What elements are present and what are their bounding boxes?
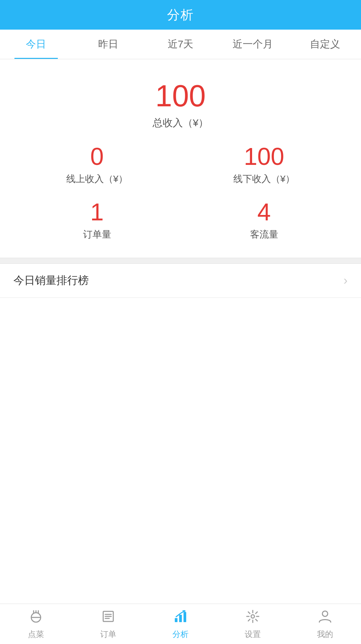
app-header: 分析 xyxy=(0,0,361,30)
svg-point-12 xyxy=(251,615,254,618)
nav-item-dish[interactable]: 点菜 xyxy=(0,604,72,644)
svg-line-17 xyxy=(248,612,250,613)
online-revenue-label: 线上收入（¥） xyxy=(13,173,180,185)
settings-icon xyxy=(245,609,260,626)
period-tab-bar: 今日 昨日 近7天 近一个月 自定义 xyxy=(0,30,361,59)
offline-revenue-label: 线下收入（¥） xyxy=(180,173,348,185)
tab-custom[interactable]: 自定义 xyxy=(289,30,361,59)
tab-7days[interactable]: 近7天 xyxy=(145,30,217,59)
nav-label-settings: 设置 xyxy=(245,629,261,640)
order-count-label: 订单量 xyxy=(13,228,180,241)
tab-today[interactable]: 今日 xyxy=(0,30,72,59)
total-revenue-value: 100 xyxy=(13,79,348,113)
bottom-nav: 点菜 订单 分析 xyxy=(0,604,361,644)
svg-line-19 xyxy=(255,612,257,613)
stats-grid: 0 线上收入（¥） 100 线下收入（¥） 1 订单量 4 客流量 xyxy=(13,143,348,241)
customer-flow-block: 4 客流量 xyxy=(180,199,348,241)
dish-icon xyxy=(28,609,44,626)
svg-line-20 xyxy=(248,619,250,621)
ranking-row[interactable]: 今日销量排行榜 › xyxy=(13,264,348,297)
nav-item-settings[interactable]: 设置 xyxy=(216,604,289,644)
nav-label-profile: 我的 xyxy=(317,629,333,640)
profile-icon xyxy=(317,609,333,626)
order-count-value: 1 xyxy=(13,199,180,225)
ranking-section[interactable]: 今日销量排行榜 › xyxy=(0,264,361,298)
main-content: 100 总收入（¥） 0 线上收入（¥） 100 线下收入（¥） 1 订单量 4… xyxy=(0,59,361,644)
svg-point-21 xyxy=(322,611,328,616)
tab-yesterday[interactable]: 昨日 xyxy=(72,30,145,59)
offline-revenue-block: 100 线下收入（¥） xyxy=(180,143,348,185)
orders-icon xyxy=(101,609,116,626)
online-revenue-block: 0 线上收入（¥） xyxy=(13,143,180,185)
analytics-icon xyxy=(173,609,188,626)
offline-revenue-value: 100 xyxy=(180,143,348,170)
svg-rect-11 xyxy=(184,612,186,622)
stats-section: 100 总收入（¥） 0 线上收入（¥） 100 线下收入（¥） 1 订单量 4… xyxy=(0,59,361,258)
chevron-right-icon: › xyxy=(344,274,348,288)
total-revenue-label: 总收入（¥） xyxy=(13,116,348,130)
nav-label-orders: 订单 xyxy=(100,629,116,640)
nav-item-orders[interactable]: 订单 xyxy=(72,604,145,644)
section-divider xyxy=(0,258,361,264)
online-revenue-value: 0 xyxy=(13,143,180,170)
nav-label-dish: 点菜 xyxy=(28,629,44,640)
customer-flow-value: 4 xyxy=(180,199,348,225)
svg-rect-10 xyxy=(179,615,182,622)
order-count-block: 1 订单量 xyxy=(13,199,180,241)
nav-label-analytics: 分析 xyxy=(172,629,189,640)
customer-flow-label: 客流量 xyxy=(180,228,348,241)
page-title: 分析 xyxy=(167,6,194,24)
ranking-title: 今日销量排行榜 xyxy=(13,273,89,288)
nav-item-analytics[interactable]: 分析 xyxy=(145,604,217,644)
svg-line-18 xyxy=(255,619,257,621)
nav-item-profile[interactable]: 我的 xyxy=(289,604,361,644)
tab-1month[interactable]: 近一个月 xyxy=(216,30,289,59)
total-revenue-block: 100 总收入（¥） xyxy=(13,79,348,130)
svg-rect-9 xyxy=(175,618,177,622)
